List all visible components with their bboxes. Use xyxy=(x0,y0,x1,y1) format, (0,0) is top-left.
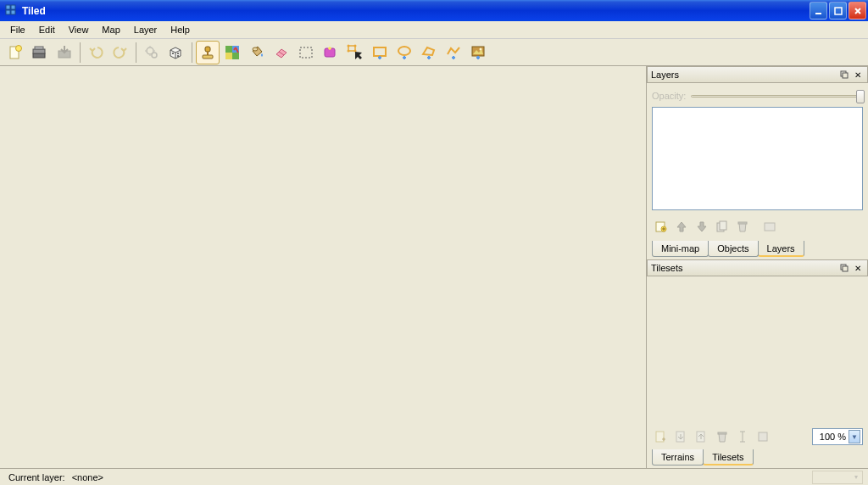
undo-button[interactable] xyxy=(84,41,108,64)
svg-rect-49 xyxy=(718,432,726,434)
stamp-brush-button[interactable] xyxy=(196,41,220,64)
close-panel-icon[interactable]: ✕ xyxy=(852,69,864,81)
layers-panel-header[interactable]: Layers ✕ xyxy=(647,66,868,83)
opacity-slider[interactable] xyxy=(691,88,863,103)
insert-rectangle-button[interactable] xyxy=(368,41,392,64)
close-panel-icon[interactable]: ✕ xyxy=(852,262,864,274)
svg-rect-43 xyxy=(765,223,775,231)
svg-point-15 xyxy=(177,53,179,54)
svg-rect-46 xyxy=(656,432,664,442)
svg-rect-0 xyxy=(6,5,10,9)
tab-minimap[interactable]: Mini-map xyxy=(652,241,709,257)
status-bar: Current layer: <none> ▾ xyxy=(0,468,868,485)
insert-image-button[interactable] xyxy=(466,41,490,64)
svg-rect-22 xyxy=(225,53,232,59)
svg-rect-17 xyxy=(205,47,210,52)
chevron-down-icon[interactable]: ▼ xyxy=(849,430,860,443)
window-title: Tiled xyxy=(22,5,810,17)
menu-help[interactable]: Help xyxy=(164,23,197,36)
terrain-brush-button[interactable] xyxy=(220,41,244,64)
svg-rect-4 xyxy=(815,13,821,14)
svg-rect-23 xyxy=(232,53,239,59)
save-button[interactable] xyxy=(53,41,76,64)
zoom-combo[interactable]: 100 % ▼ xyxy=(812,428,863,445)
chevron-down-icon: ▾ xyxy=(850,471,862,483)
rename-tileset-button[interactable] xyxy=(733,427,752,446)
tileset-properties-button[interactable] xyxy=(754,427,772,446)
svg-rect-10 xyxy=(35,47,43,49)
bucket-fill-button[interactable] xyxy=(245,41,269,64)
title-bar: Tiled xyxy=(0,0,868,21)
minimize-button[interactable] xyxy=(810,2,827,20)
eraser-button[interactable] xyxy=(270,41,293,64)
rect-select-button[interactable] xyxy=(294,41,318,64)
svg-rect-45 xyxy=(843,266,848,271)
menu-view[interactable]: View xyxy=(62,23,96,36)
magic-wand-button[interactable] xyxy=(319,41,342,64)
svg-point-29 xyxy=(354,44,357,47)
tab-terrains[interactable]: Terrains xyxy=(652,449,704,465)
svg-rect-18 xyxy=(207,52,209,55)
toolbar xyxy=(0,39,868,66)
tab-layers[interactable]: Layers xyxy=(758,241,804,257)
insert-polyline-button[interactable] xyxy=(442,41,465,64)
close-button[interactable] xyxy=(849,2,866,20)
zoom-value: 100 % xyxy=(815,432,849,442)
tab-tilesets[interactable]: Tilesets xyxy=(703,449,754,465)
svg-point-33 xyxy=(398,47,410,55)
undock-icon[interactable] xyxy=(838,262,850,274)
svg-rect-37 xyxy=(843,73,848,78)
opacity-row: Opacity: xyxy=(647,83,868,107)
import-tileset-button[interactable] xyxy=(672,427,691,446)
current-layer-label: Current layer: xyxy=(5,472,69,482)
svg-point-24 xyxy=(253,47,258,51)
tileset-body[interactable] xyxy=(647,276,868,424)
delete-layer-button[interactable] xyxy=(733,217,752,236)
insert-ellipse-button[interactable] xyxy=(392,41,416,64)
svg-rect-20 xyxy=(225,46,232,53)
svg-point-28 xyxy=(348,44,350,47)
menu-map[interactable]: Map xyxy=(95,23,126,36)
open-button[interactable] xyxy=(28,41,52,64)
app-icon xyxy=(5,4,19,18)
new-tileset-button[interactable] xyxy=(652,427,670,446)
duplicate-layer-button[interactable] xyxy=(713,217,732,236)
insert-polygon-button[interactable] xyxy=(417,41,441,64)
maximize-button[interactable] xyxy=(829,2,847,20)
show-hide-layers-button[interactable] xyxy=(760,217,779,236)
menu-layer[interactable]: Layer xyxy=(127,23,164,36)
redo-button[interactable] xyxy=(108,41,132,64)
undock-icon[interactable] xyxy=(838,69,850,81)
tilesets-panel-header[interactable]: Tilesets ✕ xyxy=(647,259,868,276)
svg-rect-25 xyxy=(300,47,312,58)
command-button[interactable] xyxy=(140,41,164,64)
svg-rect-41 xyxy=(720,221,726,230)
svg-rect-27 xyxy=(348,46,355,51)
tab-objects[interactable]: Objects xyxy=(708,241,758,257)
select-object-button[interactable] xyxy=(343,41,367,64)
status-combo[interactable]: ▾ xyxy=(812,471,863,484)
tileset-tools: 100 % ▼ xyxy=(647,424,868,449)
svg-point-35 xyxy=(480,47,482,50)
svg-point-30 xyxy=(348,49,350,52)
new-button[interactable] xyxy=(3,41,27,64)
toolbar-separator xyxy=(136,42,136,63)
svg-point-7 xyxy=(16,45,22,51)
move-down-button[interactable] xyxy=(693,217,711,236)
layers-panel-title: Layers xyxy=(651,70,837,80)
new-layer-button[interactable] xyxy=(652,217,670,236)
menu-bar: File Edit View Map Layer Help xyxy=(0,21,868,39)
move-up-button[interactable] xyxy=(672,217,691,236)
menu-edit[interactable]: Edit xyxy=(32,23,62,36)
export-tileset-button[interactable] xyxy=(693,427,711,446)
delete-tileset-button[interactable] xyxy=(713,427,732,446)
svg-rect-3 xyxy=(11,10,15,14)
canvas-area[interactable] xyxy=(0,66,646,468)
layers-panel-tabs: Mini-map Objects Layers xyxy=(647,241,868,259)
right-dock: Layers ✕ Opacity: Mini-map xyxy=(646,66,868,468)
tilesets-panel-title: Tilesets xyxy=(651,263,837,273)
layer-list[interactable] xyxy=(652,107,863,210)
random-button[interactable] xyxy=(164,41,188,64)
menu-file[interactable]: File xyxy=(3,23,32,36)
svg-rect-19 xyxy=(203,55,213,59)
